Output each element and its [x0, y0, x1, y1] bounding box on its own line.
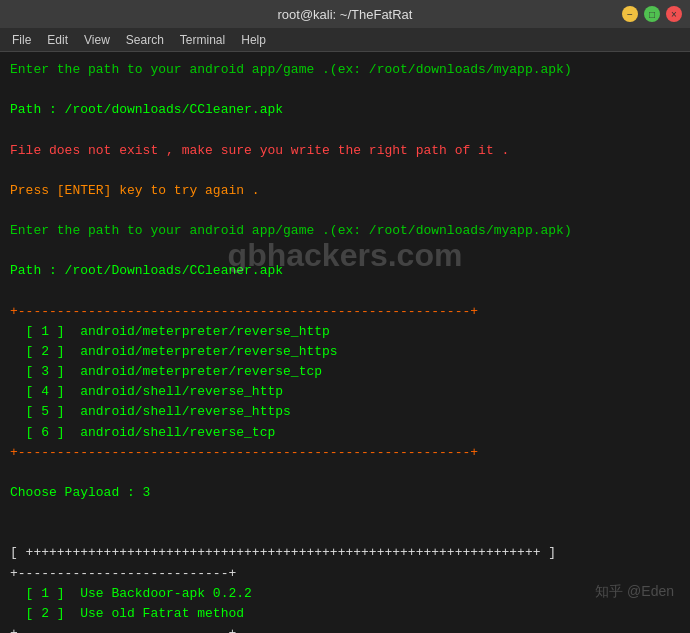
payload-item-2: [ 2 ] android/meterpreter/reverse_https	[10, 342, 680, 362]
terminal-line-5: File does not exist , make sure you writ…	[10, 141, 680, 161]
menu-help[interactable]: Help	[233, 31, 274, 49]
menu-terminal[interactable]: Terminal	[172, 31, 233, 49]
payload-item-3: [ 3 ] android/meterpreter/reverse_tcp	[10, 362, 680, 382]
menu-view[interactable]: View	[76, 31, 118, 49]
terminal-line-11: Path : /root/Downloads/CCleaner.apk	[10, 261, 680, 281]
payload-box: +---------------------------------------…	[10, 302, 680, 463]
terminal-line-6	[10, 161, 680, 181]
payload-item-4: [ 4 ] android/shell/reverse_http	[10, 382, 680, 402]
tool-item-2: [ 2 ] Use old Fatrat method	[10, 604, 680, 624]
tool-box-bottom: +---------------------------+	[10, 624, 680, 633]
terminal[interactable]: gbhackers.com 知乎 @Eden Enter the path to…	[0, 52, 690, 633]
menu-edit[interactable]: Edit	[39, 31, 76, 49]
terminal-line-7: Press [ENTER] key to try again .	[10, 181, 680, 201]
payload-item-6: [ 6 ] android/shell/reverse_tcp	[10, 423, 680, 443]
terminal-line-4	[10, 120, 680, 140]
titlebar-controls: − □ ×	[622, 6, 682, 22]
menu-file[interactable]: File	[4, 31, 39, 49]
menu-search[interactable]: Search	[118, 31, 172, 49]
tool-box-top: +---------------------------+	[10, 564, 680, 584]
close-button[interactable]: ×	[666, 6, 682, 22]
titlebar: root@kali: ~/TheFatRat − □ ×	[0, 0, 690, 28]
terminal-line-empty1	[10, 503, 680, 523]
separator-line: [ ++++++++++++++++++++++++++++++++++++++…	[10, 543, 680, 563]
terminal-line-8	[10, 201, 680, 221]
choose-payload-line: Choose Payload : 3	[10, 483, 680, 503]
terminal-line-2	[10, 80, 680, 100]
terminal-line-3: Path : /root/downloads/CCleaner.apk	[10, 100, 680, 120]
terminal-line-9: Enter the path to your android app/game …	[10, 221, 680, 241]
terminal-line-12	[10, 282, 680, 302]
terminal-line-1: Enter the path to your android app/game …	[10, 60, 680, 80]
minimize-button[interactable]: −	[622, 6, 638, 22]
tool-item-1: [ 1 ] Use Backdoor-apk 0.2.2	[10, 584, 680, 604]
terminal-line-after-box	[10, 463, 680, 483]
titlebar-title: root@kali: ~/TheFatRat	[278, 7, 413, 22]
menubar: File Edit View Search Terminal Help	[0, 28, 690, 52]
terminal-line-empty2	[10, 523, 680, 543]
terminal-line-10	[10, 241, 680, 261]
maximize-button[interactable]: □	[644, 6, 660, 22]
payload-box-bottom: +---------------------------------------…	[10, 443, 680, 463]
tool-box: +---------------------------+ [ 1 ] Use …	[10, 564, 680, 633]
payload-item-5: [ 5 ] android/shell/reverse_https	[10, 402, 680, 422]
payload-box-top: +---------------------------------------…	[10, 302, 680, 322]
payload-item-1: [ 1 ] android/meterpreter/reverse_http	[10, 322, 680, 342]
